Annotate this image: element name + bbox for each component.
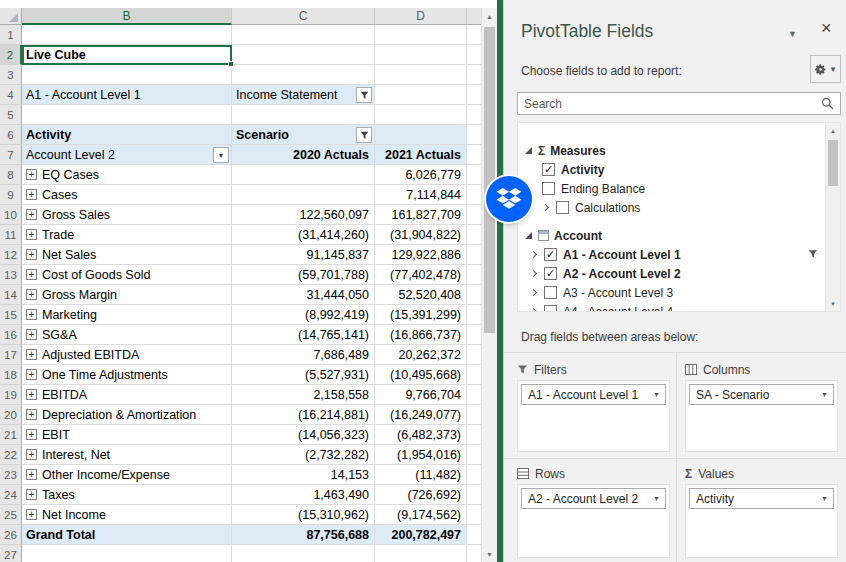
value-2021-cell[interactable]: (6,482,373) <box>375 425 467 445</box>
pill-dropdown-icon[interactable]: ▼ <box>821 391 828 398</box>
cell-b6[interactable]: Activity <box>22 125 232 145</box>
value-2021-cell[interactable]: 52,520,408 <box>375 285 467 305</box>
search-input[interactable] <box>518 97 821 111</box>
cell-c7[interactable]: 2020 Actuals <box>232 145 375 165</box>
field-pill-filters[interactable]: A1 - Account Level 1 ▼ <box>521 384 666 405</box>
pane-options-chevron-icon[interactable]: ▼ <box>788 29 797 39</box>
expand-plus-icon[interactable]: + <box>26 489 37 500</box>
expand-plus-icon[interactable]: + <box>26 269 37 280</box>
expand-plus-icon[interactable]: + <box>26 309 37 320</box>
value-2021-cell[interactable]: (31,904,822) <box>375 225 467 245</box>
expand-chevron-icon[interactable] <box>530 289 537 296</box>
field-checkbox[interactable]: ✓ <box>544 248 557 261</box>
rows-area[interactable]: A2 - Account Level 2 ▼ <box>517 484 670 558</box>
account-cell[interactable]: +Cost of Goods Sold <box>22 265 232 285</box>
expand-plus-icon[interactable]: + <box>26 289 37 300</box>
row-header-10[interactable]: 10 <box>0 205 22 225</box>
row-header-1[interactable]: 1 <box>0 25 22 45</box>
account-cell[interactable]: +Trade <box>22 225 232 245</box>
value-2020-cell[interactable]: 91,145,837 <box>232 245 375 265</box>
expand-plus-icon[interactable]: + <box>26 449 37 460</box>
cell-c4[interactable]: Income Statement <box>232 85 375 105</box>
account-cell[interactable]: +EQ Cases <box>22 165 232 185</box>
cell[interactable] <box>467 285 481 305</box>
cell[interactable] <box>232 45 375 65</box>
value-2020-cell[interactable]: (8,992,419) <box>232 305 375 325</box>
expand-chevron-icon[interactable] <box>530 251 537 258</box>
value-2021-cell[interactable]: 7,114,844 <box>375 185 467 205</box>
close-icon[interactable]: × <box>821 19 832 37</box>
cell[interactable] <box>467 545 481 562</box>
value-2020-cell[interactable]: (15,310,962) <box>232 505 375 525</box>
cell[interactable] <box>467 85 481 105</box>
cell[interactable] <box>232 65 375 85</box>
account-cell[interactable]: +Net Sales <box>22 245 232 265</box>
row-header-8[interactable]: 8 <box>0 165 22 185</box>
field-checkbox[interactable] <box>542 182 555 195</box>
cell[interactable] <box>467 245 481 265</box>
row-header-11[interactable]: 11 <box>0 225 22 245</box>
cell-d6[interactable] <box>375 125 467 145</box>
cell[interactable] <box>467 225 481 245</box>
cell[interactable] <box>22 105 232 125</box>
cell[interactable] <box>375 85 467 105</box>
autofilter-dropdown-button[interactable]: ▼ <box>213 147 229 163</box>
value-2020-cell[interactable]: 7,686,489 <box>232 345 375 365</box>
field-pill-columns[interactable]: SA - Scenario ▼ <box>689 384 834 405</box>
field-checkbox[interactable] <box>556 201 569 214</box>
expand-plus-icon[interactable]: + <box>26 229 37 240</box>
value-2020-cell[interactable]: (5,527,931) <box>232 365 375 385</box>
cell[interactable] <box>375 65 467 85</box>
value-2020-cell[interactable]: (14,056,323) <box>232 425 375 445</box>
row-header-5[interactable]: 5 <box>0 105 22 125</box>
value-2021-cell[interactable]: 9,766,704 <box>375 385 467 405</box>
expand-chevron-icon[interactable] <box>542 204 549 211</box>
account-cell[interactable]: +Gross Margin <box>22 285 232 305</box>
row-header-19[interactable]: 19 <box>0 385 22 405</box>
row-header-20[interactable]: 20 <box>0 405 22 425</box>
value-2021-cell[interactable]: (16,249,077) <box>375 405 467 425</box>
row-header-3[interactable]: 3 <box>0 65 22 85</box>
cell[interactable] <box>467 205 481 225</box>
expand-plus-icon[interactable]: + <box>26 169 37 180</box>
account-cell[interactable]: +EBITDA <box>22 385 232 405</box>
expand-plus-icon[interactable]: + <box>26 249 37 260</box>
value-2020-cell[interactable]: 1,463,490 <box>232 485 375 505</box>
value-2020-cell[interactable]: (2,732,282) <box>232 445 375 465</box>
vertical-scrollbar[interactable]: ▲ ▼ <box>481 8 497 562</box>
account-cell[interactable]: +EBIT <box>22 425 232 445</box>
cell[interactable] <box>467 265 481 285</box>
row-header-18[interactable]: 18 <box>0 365 22 385</box>
row-header-21[interactable]: 21 <box>0 425 22 445</box>
field-checkbox[interactable] <box>544 305 557 312</box>
account-cell[interactable]: +One Time Adjustments <box>22 365 232 385</box>
filters-area[interactable]: A1 - Account Level 1 ▼ <box>517 380 670 452</box>
value-2021-cell[interactable]: (1,954,016) <box>375 445 467 465</box>
pill-dropdown-icon[interactable]: ▼ <box>653 391 660 398</box>
cell-d7[interactable]: 2021 Actuals <box>375 145 467 165</box>
expand-chevron-icon[interactable] <box>530 270 537 277</box>
pill-dropdown-icon[interactable]: ▼ <box>653 495 660 502</box>
account-cell[interactable]: +Marketing <box>22 305 232 325</box>
field-item[interactable]: A3 - Account Level 3 <box>518 283 840 302</box>
value-2021-cell[interactable]: 20,262,372 <box>375 345 467 365</box>
account-cell[interactable]: +Depreciation & Amortization <box>22 405 232 425</box>
row-header-24[interactable]: 24 <box>0 485 22 505</box>
value-2021-cell[interactable]: 161,827,709 <box>375 205 467 225</box>
cell[interactable] <box>232 545 375 562</box>
value-2020-cell[interactable] <box>232 165 375 185</box>
cell[interactable] <box>467 445 481 465</box>
expand-plus-icon[interactable]: + <box>26 189 37 200</box>
account-cell[interactable]: +Adjusted EBITDA <box>22 345 232 365</box>
cell[interactable] <box>467 505 481 525</box>
columns-area[interactable]: SA - Scenario ▼ <box>685 380 838 452</box>
value-2020-cell[interactable]: 14,153 <box>232 465 375 485</box>
field-item[interactable]: Calculations <box>518 198 840 217</box>
expand-plus-icon[interactable]: + <box>26 369 37 380</box>
column-header-c[interactable]: C <box>232 8 375 25</box>
row-header-23[interactable]: 23 <box>0 465 22 485</box>
expand-plus-icon[interactable]: + <box>26 409 37 420</box>
scroll-thumb[interactable] <box>484 27 495 333</box>
cell[interactable] <box>467 185 481 205</box>
list-scroll-down-arrow[interactable]: ▼ <box>826 296 840 311</box>
